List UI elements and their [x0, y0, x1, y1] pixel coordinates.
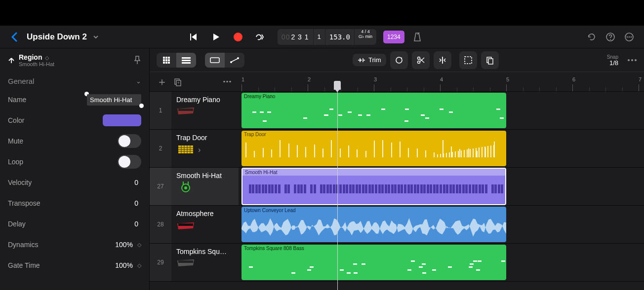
svg-point-6 [629, 36, 630, 37]
mute-toggle[interactable] [118, 134, 141, 148]
key-signature: G♭ min [359, 34, 372, 39]
track-header[interactable]: 29 Tompkins Squ… [150, 244, 239, 282]
stepper-icon[interactable]: ◇ [137, 243, 141, 247]
back-button[interactable] [8, 32, 21, 42]
marquee-tool[interactable] [459, 51, 477, 69]
svg-rect-20 [210, 58, 219, 63]
quantize-button[interactable]: 1234 [383, 31, 404, 43]
loop-toggle[interactable] [118, 155, 141, 169]
dynamics-row: Dynamics 100%◇ [8, 234, 141, 255]
list-view-button[interactable] [176, 53, 196, 68]
svg-text:+: + [177, 80, 180, 85]
name-row: Name [8, 89, 141, 110]
svg-rect-42 [178, 109, 193, 111]
track-number: 1 [150, 92, 171, 129]
velocity-value[interactable]: 0 [107, 179, 141, 186]
arrange-toolbar: Trim Snap 1/8 [150, 48, 644, 72]
gate-value[interactable]: 100% [101, 261, 136, 269]
scissors-tool[interactable] [412, 51, 430, 69]
svg-line-23 [232, 59, 238, 62]
general-section-header[interactable]: General ⌄ [8, 73, 141, 89]
transpose-value[interactable]: 0 [107, 199, 141, 207]
add-track-button[interactable]: ＋ [157, 74, 167, 89]
track-header[interactable]: 1 Dreamy Piano [150, 92, 239, 130]
svg-rect-11 [163, 59, 165, 61]
more-button[interactable] [622, 30, 636, 44]
split-tool[interactable] [434, 51, 451, 69]
svg-point-5 [627, 36, 628, 37]
color-swatch[interactable] [103, 114, 141, 126]
delay-value[interactable]: 0 [107, 220, 141, 228]
undo-button[interactable] [585, 30, 599, 44]
timeline-lanes[interactable]: 1234567 Dreamy PianoTrap DoorSmooth Hi-H… [239, 72, 644, 290]
region[interactable]: Smooth Hi-Hat [242, 168, 506, 205]
pin-icon[interactable] [133, 56, 141, 65]
svg-point-34 [631, 59, 633, 61]
tempo-display[interactable]: 153.0 [325, 29, 354, 45]
inspector-panel: Region ◇ Smooth Hi-Hat General ⌄ Name Co… [0, 48, 149, 290]
svg-point-41 [229, 81, 231, 83]
instrument-icon [176, 106, 195, 118]
gate-row: Gate Time 100%◇ [8, 255, 141, 276]
region-label: Tompkins Square 808 Bass [242, 245, 506, 252]
stepper-icon[interactable]: ◇ [137, 264, 141, 267]
play-button[interactable] [207, 28, 225, 46]
name-input[interactable] [87, 94, 141, 106]
editor-segment [205, 53, 244, 68]
loop-tool[interactable] [390, 51, 408, 69]
region[interactable]: Uptown Conveyor Lead [242, 207, 506, 242]
lcd-display[interactable]: 002 3 1 1 153.0 4 / 4 G♭ min [278, 29, 376, 45]
playhead-line [337, 92, 338, 290]
region[interactable]: Trap Door [242, 131, 506, 166]
time-signature: 4 / 4 [361, 29, 370, 34]
track-header[interactable]: 28 Atmosphere [150, 206, 239, 244]
help-button[interactable] [604, 30, 617, 44]
cycle-button[interactable] [251, 28, 269, 46]
color-row: Color [8, 110, 141, 131]
main-toolbar: Upside Down 2 002 3 1 1 153.0 4 / 4 G♭ m… [0, 26, 644, 48]
playhead-handle[interactable] [334, 81, 341, 90]
track-options-icon[interactable] [223, 80, 232, 83]
region[interactable]: Tompkins Square 808 Bass [242, 245, 506, 280]
dynamics-value[interactable]: 100% [101, 241, 136, 249]
track-header[interactable]: 2 Trap Door › [150, 130, 239, 168]
project-menu-chevron-icon[interactable] [93, 34, 99, 40]
timeline-ruler[interactable]: 1234567 [239, 72, 644, 92]
copy-tool[interactable] [481, 51, 499, 69]
inspector-title: Region [19, 53, 42, 61]
svg-rect-0 [190, 34, 191, 40]
automation-button[interactable] [225, 53, 244, 68]
track-name: Dreamy Piano [176, 96, 234, 104]
duplicate-track-button[interactable]: + [173, 77, 182, 86]
signature-key[interactable]: 4 / 4 G♭ min [354, 29, 376, 45]
inspector-back-icon[interactable] [8, 57, 15, 63]
svg-rect-16 [168, 62, 170, 64]
region-label: Trap Door [242, 131, 506, 138]
region-stepper-icon[interactable]: ◇ [45, 55, 49, 61]
snap-display[interactable]: Snap 1/8 [607, 54, 618, 66]
rewind-button[interactable] [186, 28, 203, 46]
region-editor-button[interactable] [205, 53, 225, 68]
svg-point-54 [184, 186, 187, 189]
track-header[interactable]: 27 Smooth Hi-Hat [150, 168, 239, 206]
region-label: Smooth Hi-Hat [242, 169, 280, 176]
record-button[interactable] [229, 28, 247, 46]
metronome-button[interactable] [408, 28, 426, 46]
region[interactable]: Dreamy Piano [242, 93, 506, 128]
svg-point-7 [631, 36, 632, 37]
trim-tool[interactable]: Trim [353, 54, 386, 66]
svg-rect-17 [182, 57, 191, 59]
view-mode-segment [157, 53, 196, 68]
region-label: Dreamy Piano [242, 93, 506, 100]
arrange-more-icon[interactable] [627, 59, 637, 62]
svg-rect-10 [168, 57, 170, 59]
project-title[interactable]: Upside Down 2 [27, 32, 87, 42]
grid-view-button[interactable] [157, 53, 176, 68]
svg-point-33 [628, 59, 630, 61]
svg-rect-56 [178, 260, 193, 263]
disclosure-icon[interactable]: › [198, 145, 201, 154]
beat-division[interactable]: 1 [313, 29, 325, 45]
svg-rect-55 [178, 223, 193, 226]
svg-rect-9 [165, 57, 167, 59]
svg-rect-12 [165, 59, 167, 61]
